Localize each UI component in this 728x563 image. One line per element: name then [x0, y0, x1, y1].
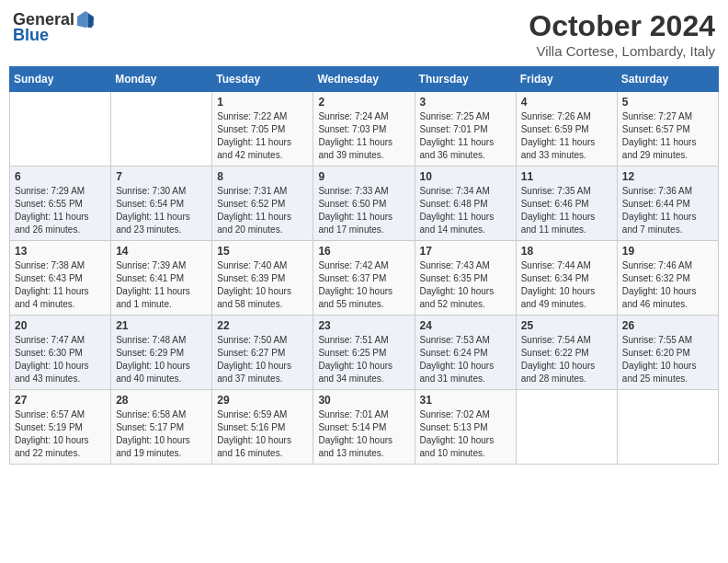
day-number: 8 — [217, 170, 308, 183]
day-number: 7 — [116, 170, 207, 183]
day-number: 3 — [420, 96, 511, 109]
logo-blue: Blue — [13, 26, 49, 45]
calendar-cell: 24Sunrise: 7:53 AMSunset: 6:24 PMDayligh… — [415, 316, 516, 390]
calendar-week-row: 27Sunrise: 6:57 AMSunset: 5:19 PMDayligh… — [10, 390, 719, 465]
calendar-cell: 10Sunrise: 7:34 AMSunset: 6:48 PMDayligh… — [415, 167, 516, 241]
weekday-header-tuesday: Tuesday — [212, 67, 313, 92]
day-info: Sunrise: 7:34 AMSunset: 6:48 PMDaylight:… — [420, 185, 511, 236]
calendar-week-row: 20Sunrise: 7:47 AMSunset: 6:30 PMDayligh… — [10, 316, 719, 390]
calendar-week-row: 13Sunrise: 7:38 AMSunset: 6:43 PMDayligh… — [10, 241, 719, 316]
weekday-header-thursday: Thursday — [415, 67, 516, 92]
logo: General Blue — [13, 9, 96, 45]
day-number: 29 — [217, 394, 308, 407]
day-number: 16 — [318, 245, 409, 258]
calendar-cell: 7Sunrise: 7:30 AMSunset: 6:54 PMDaylight… — [111, 167, 212, 241]
calendar-table: SundayMondayTuesdayWednesdayThursdayFrid… — [9, 66, 719, 465]
day-info: Sunrise: 7:42 AMSunset: 6:37 PMDaylight:… — [318, 259, 409, 311]
weekday-header-wednesday: Wednesday — [313, 67, 415, 92]
day-info: Sunrise: 7:36 AMSunset: 6:44 PMDaylight:… — [622, 185, 713, 236]
title-section: October 2024 Villa Cortese, Lombardy, It… — [529, 9, 715, 59]
calendar-cell: 30Sunrise: 7:01 AMSunset: 5:14 PMDayligh… — [313, 390, 415, 465]
calendar-cell: 9Sunrise: 7:33 AMSunset: 6:50 PMDaylight… — [313, 167, 415, 241]
day-info: Sunrise: 6:58 AMSunset: 5:17 PMDaylight:… — [116, 408, 207, 460]
calendar-cell: 3Sunrise: 7:25 AMSunset: 7:01 PMDaylight… — [415, 92, 516, 167]
day-number: 28 — [116, 394, 207, 407]
calendar-cell: 15Sunrise: 7:40 AMSunset: 6:39 PMDayligh… — [212, 241, 313, 316]
calendar-cell: 11Sunrise: 7:35 AMSunset: 6:46 PMDayligh… — [516, 167, 617, 241]
calendar-header-row: SundayMondayTuesdayWednesdayThursdayFrid… — [10, 67, 719, 92]
weekday-header-sunday: Sunday — [10, 67, 111, 92]
day-info: Sunrise: 7:55 AMSunset: 6:20 PMDaylight:… — [622, 334, 713, 385]
day-info: Sunrise: 7:35 AMSunset: 6:46 PMDaylight:… — [521, 185, 612, 236]
location-subtitle: Villa Cortese, Lombardy, Italy — [529, 43, 715, 59]
day-number: 18 — [521, 245, 612, 258]
day-number: 17 — [420, 245, 511, 258]
day-info: Sunrise: 7:31 AMSunset: 6:52 PMDaylight:… — [217, 185, 308, 236]
day-info: Sunrise: 7:01 AMSunset: 5:14 PMDaylight:… — [318, 408, 409, 460]
day-number: 9 — [318, 170, 409, 183]
calendar-week-row: 6Sunrise: 7:29 AMSunset: 6:55 PMDaylight… — [10, 167, 719, 241]
calendar-cell: 22Sunrise: 7:50 AMSunset: 6:27 PMDayligh… — [212, 316, 313, 390]
day-number: 14 — [116, 245, 207, 258]
calendar-cell: 18Sunrise: 7:44 AMSunset: 6:34 PMDayligh… — [516, 241, 617, 316]
calendar-cell: 1Sunrise: 7:22 AMSunset: 7:05 PMDaylight… — [212, 92, 313, 167]
day-info: Sunrise: 7:46 AMSunset: 6:32 PMDaylight:… — [622, 259, 713, 311]
header: General Blue October 2024 Villa Cortese,… — [9, 9, 719, 59]
calendar-cell: 20Sunrise: 7:47 AMSunset: 6:30 PMDayligh… — [10, 316, 111, 390]
day-number: 10 — [420, 170, 511, 183]
calendar-cell: 6Sunrise: 7:29 AMSunset: 6:55 PMDaylight… — [10, 167, 111, 241]
calendar-cell: 16Sunrise: 7:42 AMSunset: 6:37 PMDayligh… — [313, 241, 415, 316]
day-info: Sunrise: 7:51 AMSunset: 6:25 PMDaylight:… — [318, 334, 409, 385]
weekday-header-saturday: Saturday — [617, 67, 718, 92]
day-number: 15 — [217, 245, 308, 258]
day-info: Sunrise: 7:27 AMSunset: 6:57 PMDaylight:… — [622, 110, 713, 162]
calendar-cell — [617, 390, 718, 465]
calendar-cell — [516, 390, 617, 465]
day-info: Sunrise: 7:40 AMSunset: 6:39 PMDaylight:… — [217, 259, 308, 311]
calendar-cell: 27Sunrise: 6:57 AMSunset: 5:19 PMDayligh… — [10, 390, 111, 465]
calendar-cell: 26Sunrise: 7:55 AMSunset: 6:20 PMDayligh… — [617, 316, 718, 390]
day-info: Sunrise: 7:33 AMSunset: 6:50 PMDaylight:… — [318, 185, 409, 236]
day-info: Sunrise: 7:26 AMSunset: 6:59 PMDaylight:… — [521, 110, 612, 162]
day-info: Sunrise: 7:29 AMSunset: 6:55 PMDaylight:… — [15, 185, 106, 236]
day-info: Sunrise: 7:02 AMSunset: 5:13 PMDaylight:… — [420, 408, 511, 460]
day-info: Sunrise: 7:22 AMSunset: 7:05 PMDaylight:… — [217, 110, 308, 162]
day-number: 12 — [622, 170, 713, 183]
calendar-cell: 13Sunrise: 7:38 AMSunset: 6:43 PMDayligh… — [10, 241, 111, 316]
calendar-cell: 29Sunrise: 6:59 AMSunset: 5:16 PMDayligh… — [212, 390, 313, 465]
day-info: Sunrise: 7:30 AMSunset: 6:54 PMDaylight:… — [116, 185, 207, 236]
day-number: 27 — [15, 394, 106, 407]
calendar-cell: 25Sunrise: 7:54 AMSunset: 6:22 PMDayligh… — [516, 316, 617, 390]
day-info: Sunrise: 7:44 AMSunset: 6:34 PMDaylight:… — [521, 259, 612, 311]
day-number: 6 — [15, 170, 106, 183]
day-number: 23 — [318, 319, 409, 332]
day-number: 31 — [420, 394, 511, 407]
day-info: Sunrise: 7:50 AMSunset: 6:27 PMDaylight:… — [217, 334, 308, 385]
day-number: 5 — [622, 96, 713, 109]
day-info: Sunrise: 7:43 AMSunset: 6:35 PMDaylight:… — [420, 259, 511, 311]
weekday-header-monday: Monday — [111, 67, 212, 92]
month-title: October 2024 — [529, 9, 715, 43]
day-number: 24 — [420, 319, 511, 332]
day-number: 20 — [15, 319, 106, 332]
calendar-cell: 5Sunrise: 7:27 AMSunset: 6:57 PMDaylight… — [617, 92, 718, 167]
day-number: 22 — [217, 319, 308, 332]
calendar-cell: 14Sunrise: 7:39 AMSunset: 6:41 PMDayligh… — [111, 241, 212, 316]
calendar-cell: 23Sunrise: 7:51 AMSunset: 6:25 PMDayligh… — [313, 316, 415, 390]
day-number: 2 — [318, 96, 409, 109]
calendar-cell: 19Sunrise: 7:46 AMSunset: 6:32 PMDayligh… — [617, 241, 718, 316]
day-info: Sunrise: 6:57 AMSunset: 5:19 PMDaylight:… — [15, 408, 106, 460]
day-number: 25 — [521, 319, 612, 332]
day-info: Sunrise: 7:53 AMSunset: 6:24 PMDaylight:… — [420, 334, 511, 385]
day-info: Sunrise: 7:38 AMSunset: 6:43 PMDaylight:… — [15, 259, 106, 311]
calendar-cell — [111, 92, 212, 167]
day-info: Sunrise: 7:25 AMSunset: 7:01 PMDaylight:… — [420, 110, 511, 162]
calendar-cell: 21Sunrise: 7:48 AMSunset: 6:29 PMDayligh… — [111, 316, 212, 390]
day-number: 13 — [15, 245, 106, 258]
calendar-cell: 4Sunrise: 7:26 AMSunset: 6:59 PMDaylight… — [516, 92, 617, 167]
logo-icon — [75, 9, 96, 29]
day-number: 30 — [318, 394, 409, 407]
calendar-cell: 31Sunrise: 7:02 AMSunset: 5:13 PMDayligh… — [415, 390, 516, 465]
calendar-week-row: 1Sunrise: 7:22 AMSunset: 7:05 PMDaylight… — [10, 92, 719, 167]
calendar-cell: 8Sunrise: 7:31 AMSunset: 6:52 PMDaylight… — [212, 167, 313, 241]
